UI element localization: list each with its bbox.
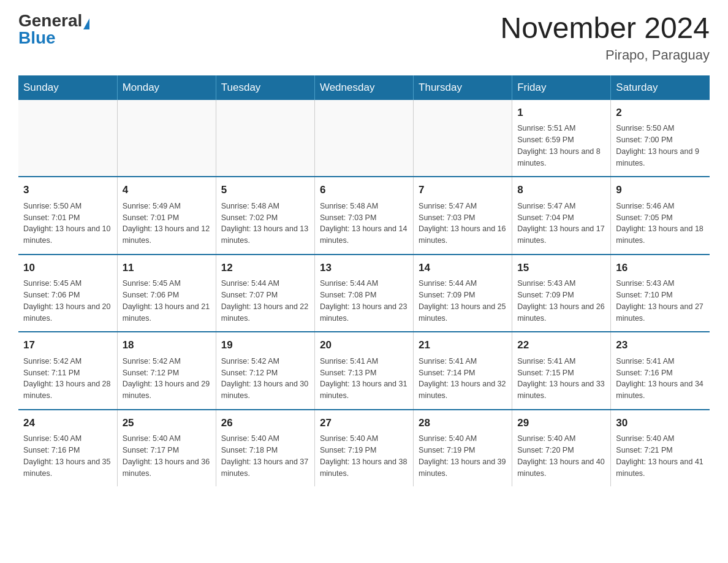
day-number: 15 [517,260,605,276]
day-info: Sunrise: 5:42 AMSunset: 7:12 PMDaylight:… [221,356,309,402]
logo-blue: Blue [18,28,56,47]
week-row-5: 24Sunrise: 5:40 AMSunset: 7:16 PMDayligh… [18,410,710,487]
day-number: 24 [23,415,112,431]
day-cell [314,100,413,177]
day-number: 28 [419,415,507,431]
day-info: Sunrise: 5:42 AMSunset: 7:11 PMDaylight:… [23,356,112,402]
day-number: 26 [221,415,309,431]
day-cell: 11Sunrise: 5:45 AMSunset: 7:06 PMDayligh… [117,255,216,332]
day-info: Sunrise: 5:43 AMSunset: 7:10 PMDaylight:… [616,278,705,324]
week-row-2: 3Sunrise: 5:50 AMSunset: 7:01 PMDaylight… [18,177,710,255]
day-cell: 21Sunrise: 5:41 AMSunset: 7:14 PMDayligh… [414,332,512,410]
header-cell-saturday: Saturday [611,75,710,100]
day-cell: 7Sunrise: 5:47 AMSunset: 7:03 PMDaylight… [414,177,512,255]
day-cell: 8Sunrise: 5:47 AMSunset: 7:04 PMDaylight… [512,177,611,255]
logo-general: General [18,11,82,30]
day-cell: 17Sunrise: 5:42 AMSunset: 7:11 PMDayligh… [18,332,117,410]
day-cell: 25Sunrise: 5:40 AMSunset: 7:17 PMDayligh… [117,410,216,487]
day-info: Sunrise: 5:50 AMSunset: 7:00 PMDaylight:… [616,123,705,169]
calendar-body: 1Sunrise: 5:51 AMSunset: 6:59 PMDaylight… [18,100,710,487]
day-number: 25 [123,415,211,431]
day-info: Sunrise: 5:41 AMSunset: 7:14 PMDaylight:… [419,356,507,402]
day-info: Sunrise: 5:47 AMSunset: 7:03 PMDaylight:… [419,201,507,247]
header-cell-sunday: Sunday [18,75,117,100]
day-info: Sunrise: 5:51 AMSunset: 6:59 PMDaylight:… [517,123,605,169]
day-number: 2 [616,105,705,121]
day-cell: 12Sunrise: 5:44 AMSunset: 7:07 PMDayligh… [216,255,314,332]
day-info: Sunrise: 5:40 AMSunset: 7:21 PMDaylight:… [616,433,705,479]
day-cell: 28Sunrise: 5:40 AMSunset: 7:19 PMDayligh… [414,410,512,487]
day-cell: 6Sunrise: 5:48 AMSunset: 7:03 PMDaylight… [314,177,413,255]
day-info: Sunrise: 5:47 AMSunset: 7:04 PMDaylight:… [517,201,605,247]
location-subtitle: Pirapo, Paraguay [500,47,710,63]
day-info: Sunrise: 5:40 AMSunset: 7:16 PMDaylight:… [23,433,112,479]
logo-triangle-icon [83,18,89,29]
day-cell: 18Sunrise: 5:42 AMSunset: 7:12 PMDayligh… [117,332,216,410]
day-info: Sunrise: 5:50 AMSunset: 7:01 PMDaylight:… [23,201,112,247]
day-number: 14 [419,260,507,276]
day-info: Sunrise: 5:40 AMSunset: 7:17 PMDaylight:… [123,433,211,479]
calendar-title: November 2024 [500,12,710,45]
day-number: 29 [517,415,605,431]
day-cell: 13Sunrise: 5:44 AMSunset: 7:08 PMDayligh… [314,255,413,332]
day-number: 12 [221,260,309,276]
day-cell: 4Sunrise: 5:49 AMSunset: 7:01 PMDaylight… [117,177,216,255]
day-cell: 10Sunrise: 5:45 AMSunset: 7:06 PMDayligh… [18,255,117,332]
day-info: Sunrise: 5:41 AMSunset: 7:15 PMDaylight:… [517,356,605,402]
day-cell: 29Sunrise: 5:40 AMSunset: 7:20 PMDayligh… [512,410,611,487]
day-info: Sunrise: 5:44 AMSunset: 7:07 PMDaylight:… [221,278,309,324]
day-cell: 14Sunrise: 5:44 AMSunset: 7:09 PMDayligh… [414,255,512,332]
day-cell: 30Sunrise: 5:40 AMSunset: 7:21 PMDayligh… [611,410,710,487]
logo: General Blue [18,12,89,47]
day-cell: 5Sunrise: 5:48 AMSunset: 7:02 PMDaylight… [216,177,314,255]
day-number: 4 [123,182,211,198]
day-number: 22 [517,337,605,353]
day-number: 23 [616,337,705,353]
day-number: 30 [616,415,705,431]
day-number: 9 [616,182,705,198]
day-info: Sunrise: 5:40 AMSunset: 7:18 PMDaylight:… [221,433,309,479]
day-info: Sunrise: 5:42 AMSunset: 7:12 PMDaylight:… [123,356,211,402]
header-cell-thursday: Thursday [414,75,512,100]
day-number: 8 [517,182,605,198]
header-cell-friday: Friday [512,75,611,100]
day-number: 6 [320,182,408,198]
day-number: 19 [221,337,309,353]
day-info: Sunrise: 5:44 AMSunset: 7:09 PMDaylight:… [419,278,507,324]
day-info: Sunrise: 5:40 AMSunset: 7:19 PMDaylight:… [320,433,408,479]
day-number: 3 [23,182,112,198]
day-number: 11 [123,260,211,276]
calendar-table: SundayMondayTuesdayWednesdayThursdayFrid… [18,75,710,487]
day-number: 27 [320,415,408,431]
day-number: 20 [320,337,408,353]
day-info: Sunrise: 5:40 AMSunset: 7:20 PMDaylight:… [517,433,605,479]
day-number: 18 [123,337,211,353]
header-cell-monday: Monday [117,75,216,100]
day-cell: 3Sunrise: 5:50 AMSunset: 7:01 PMDaylight… [18,177,117,255]
header-cell-tuesday: Tuesday [216,75,314,100]
day-cell: 23Sunrise: 5:41 AMSunset: 7:16 PMDayligh… [611,332,710,410]
day-info: Sunrise: 5:48 AMSunset: 7:02 PMDaylight:… [221,201,309,247]
day-info: Sunrise: 5:40 AMSunset: 7:19 PMDaylight:… [419,433,507,479]
day-info: Sunrise: 5:45 AMSunset: 7:06 PMDaylight:… [123,278,211,324]
header-row: SundayMondayTuesdayWednesdayThursdayFrid… [18,75,710,100]
day-cell: 22Sunrise: 5:41 AMSunset: 7:15 PMDayligh… [512,332,611,410]
day-cell [414,100,512,177]
page-header: General Blue November 2024 Pirapo, Parag… [18,12,710,63]
day-cell: 24Sunrise: 5:40 AMSunset: 7:16 PMDayligh… [18,410,117,487]
day-info: Sunrise: 5:49 AMSunset: 7:01 PMDaylight:… [123,201,211,247]
day-number: 17 [23,337,112,353]
day-number: 1 [517,105,605,121]
week-row-1: 1Sunrise: 5:51 AMSunset: 6:59 PMDaylight… [18,100,710,177]
day-cell [117,100,216,177]
day-info: Sunrise: 5:45 AMSunset: 7:06 PMDaylight:… [23,278,112,324]
day-cell: 26Sunrise: 5:40 AMSunset: 7:18 PMDayligh… [216,410,314,487]
day-number: 16 [616,260,705,276]
day-cell: 16Sunrise: 5:43 AMSunset: 7:10 PMDayligh… [611,255,710,332]
day-info: Sunrise: 5:41 AMSunset: 7:13 PMDaylight:… [320,356,408,402]
day-number: 13 [320,260,408,276]
day-number: 5 [221,182,309,198]
calendar-header: SundayMondayTuesdayWednesdayThursdayFrid… [18,75,710,100]
day-info: Sunrise: 5:46 AMSunset: 7:05 PMDaylight:… [616,201,705,247]
header-cell-wednesday: Wednesday [314,75,413,100]
